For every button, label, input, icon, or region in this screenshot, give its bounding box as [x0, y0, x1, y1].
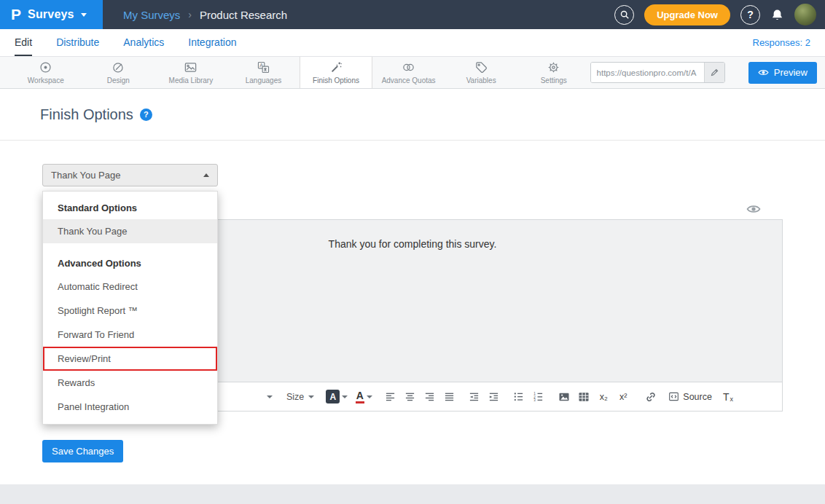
list-group: 123 — [509, 387, 547, 406]
chevron-down-icon — [342, 395, 348, 398]
alignment-group — [381, 387, 458, 406]
menu-item-thank-you-page[interactable]: Thank You Page — [43, 219, 217, 243]
search-button[interactable] — [614, 5, 634, 25]
menu-item-spotlight-report[interactable]: Spotlight Report ™ — [43, 299, 217, 323]
table-icon — [578, 391, 590, 403]
toggle-visibility-eye-icon[interactable] — [746, 202, 761, 216]
background-color-icon: A — [326, 390, 340, 403]
tab-distribute[interactable]: Distribute — [56, 29, 99, 56]
languages-icon: A — [257, 60, 270, 74]
help-button[interactable]: ? — [740, 5, 760, 25]
source-button[interactable]: Source — [668, 387, 712, 406]
outdent-icon — [469, 391, 480, 402]
tag-icon — [474, 60, 488, 74]
align-right-button[interactable] — [421, 387, 438, 406]
menu-group-advanced-options: Advanced Options — [43, 248, 217, 275]
svg-text:3: 3 — [533, 398, 536, 402]
workspace-icon — [39, 60, 52, 74]
toolbar-item-settings[interactable]: Settings — [517, 57, 590, 88]
chevron-down-icon — [367, 395, 372, 398]
align-center-icon — [404, 391, 415, 402]
avatar[interactable] — [794, 4, 816, 25]
toolbar-item-workspace[interactable]: Workspace — [9, 57, 82, 88]
tab-analytics[interactable]: Analytics — [123, 29, 164, 56]
chevron-up-icon — [203, 173, 209, 177]
finish-option-select[interactable]: Thank You Page — [42, 164, 218, 186]
image-icon — [558, 391, 570, 403]
numbered-list-icon: 123 — [533, 391, 544, 402]
chevron-down-icon — [308, 395, 314, 398]
menu-item-forward-to-friend[interactable]: Forward To Friend — [43, 323, 217, 347]
magic-wand-icon — [329, 60, 343, 74]
edit-url-button[interactable] — [704, 63, 724, 82]
media-library-icon — [184, 60, 198, 74]
chevron-down-icon — [81, 13, 87, 17]
breadcrumb-separator-icon: › — [188, 9, 192, 20]
gear-icon — [547, 60, 560, 74]
finish-option-select-value: Thank You Page — [51, 170, 120, 181]
align-center-button[interactable] — [401, 387, 418, 406]
chevron-down-icon — [267, 395, 273, 398]
eye-icon — [758, 67, 769, 78]
notifications-button[interactable] — [770, 8, 784, 22]
menu-item-automatic-redirect[interactable]: Automatic Redirect — [43, 275, 217, 299]
survey-url-group — [590, 62, 725, 83]
menu-group-standard-options: Standard Options — [43, 195, 217, 219]
numbered-list-button[interactable]: 123 — [529, 387, 547, 406]
app-logo-surveys-menu[interactable]: P Surveys — [0, 0, 103, 29]
tab-edit[interactable]: Edit — [15, 29, 32, 56]
question-mark-icon: ? — [747, 9, 754, 20]
align-left-button[interactable] — [381, 387, 399, 406]
save-changes-button[interactable]: Save Changes — [42, 440, 123, 462]
survey-url-input[interactable] — [591, 63, 704, 82]
page-header: Finish Options ? — [0, 89, 825, 141]
design-icon — [112, 60, 125, 74]
builder-toolbar: Workspace Design Media Library A Languag… — [0, 57, 825, 89]
preview-button[interactable]: Preview — [748, 62, 817, 84]
search-icon — [619, 9, 630, 20]
text-color-button[interactable]: A — [355, 387, 372, 406]
superscript-button[interactable]: x² — [614, 387, 632, 406]
breadcrumb-my-surveys[interactable]: My Surveys — [123, 9, 180, 21]
bulleted-list-icon — [513, 391, 524, 402]
toolbar-item-advance-quotas[interactable]: Advance Quotas — [372, 57, 445, 88]
tab-integration[interactable]: Integration — [188, 29, 236, 56]
indent-group — [465, 387, 502, 406]
page-content: Thank You Page Standard Options Thank Yo… — [0, 141, 825, 484]
align-left-icon — [385, 391, 396, 402]
product-label: Surveys — [28, 8, 74, 21]
toolbar-item-design[interactable]: Design — [82, 57, 155, 88]
menu-item-panel-integration[interactable]: Panel Integration — [43, 395, 217, 419]
decrease-indent-button[interactable] — [465, 387, 482, 406]
insert-image-button[interactable] — [555, 387, 573, 406]
insert-group: x₂ x² — [555, 387, 632, 406]
toolbar-item-languages[interactable]: A Languages — [227, 57, 300, 88]
increase-indent-button[interactable] — [485, 387, 502, 406]
toolbar-item-media-library[interactable]: Media Library — [155, 57, 227, 88]
responses-count[interactable]: Responses: 2 — [753, 37, 811, 48]
upgrade-now-button[interactable]: Upgrade Now — [644, 4, 730, 25]
remove-format-button[interactable]: Tx — [719, 387, 737, 406]
toolbar-item-finish-options[interactable]: Finish Options — [300, 57, 372, 88]
questionpro-logo-icon: P — [11, 6, 21, 23]
size-dropdown[interactable]: Size — [286, 387, 314, 406]
align-right-icon — [424, 391, 435, 402]
toolbar-item-variables[interactable]: Variables — [445, 57, 517, 88]
insert-link-button[interactable] — [642, 387, 660, 406]
page-help-button[interactable]: ? — [140, 109, 152, 121]
bulleted-list-button[interactable] — [509, 387, 527, 406]
menu-item-rewards[interactable]: Rewards — [43, 371, 217, 395]
align-justify-button[interactable] — [440, 387, 458, 406]
bell-icon — [770, 8, 784, 22]
quotas-icon — [402, 60, 415, 74]
topbar-actions: Upgrade Now ? — [614, 4, 825, 25]
menu-item-review-print[interactable]: Review/Print — [43, 347, 217, 371]
link-icon — [645, 391, 657, 403]
indent-icon — [488, 391, 499, 402]
background-color-button[interactable]: A — [326, 387, 348, 406]
format-dropdown[interactable] — [219, 387, 276, 406]
subscript-button[interactable]: x₂ — [595, 387, 612, 406]
pencil-icon — [710, 68, 719, 77]
page-title: Finish Options — [40, 106, 133, 123]
insert-table-button[interactable] — [575, 387, 593, 406]
